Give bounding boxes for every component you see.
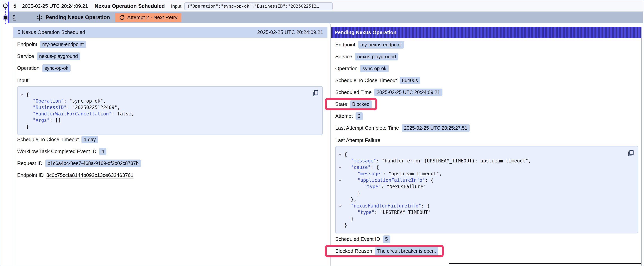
input-section-label: Input [17,77,28,84]
field-label: Request ID [17,160,42,166]
event-timestamp: 2025-02-25 UTC 20:24:09.21 [22,3,88,9]
input-label: Input [171,4,181,9]
field-value-badge: nexus-playground [37,53,80,60]
scheduled-fields-bottom: Schedule To Close Timeout1 dayWorkflow T… [17,136,141,167]
detail-field-row: Schedule To Close Timeout86400s [335,77,420,84]
detail-field-row: Endpointmy-nexus-endpoint [335,41,404,48]
event-id-link[interactable]: 5 [13,3,16,9]
scheduled-event-detail-panel: 5 Nexus Operation Scheduled 2025-02-25 U… [13,27,328,265]
field-label: Blocked Reason [335,248,372,254]
field-value-badge: 2 [356,112,363,120]
scheduled-panel-title: 5 Nexus Operation Scheduled [18,29,85,35]
detail-field-row: Workflow Task Completed Event ID4 [17,148,106,155]
field-value-badge: nexus-playground [355,53,398,61]
code-line: { [336,151,626,158]
copy-icon [312,90,319,97]
chevron-down-icon [20,93,24,96]
retry-icon [119,15,125,21]
code-line: "nexusHandlerFailureInfo": { [336,203,626,209]
json-text: } [344,222,347,228]
event-title: Nexus Operation Scheduled [94,3,165,9]
field-label: Schedule To Close Timeout [17,137,79,143]
detail-field-row: Request IDb1c6a4bc-8ee7-468a-9169-df3b02… [17,160,141,167]
field-label: Endpoint [335,42,355,48]
field-label: Service [335,54,352,60]
detail-field-row: Servicenexus-playground [17,53,80,60]
json-key: "message" [358,171,383,176]
json-text: : "sync-op-ok", [64,98,106,104]
field-label: Schedule To Close Timeout [335,77,397,84]
json-text: } [351,216,354,221]
code-line: }, [336,196,626,203]
detail-field-row: Scheduled Event ID5 [335,235,390,242]
json-key: "nexusHandlerFailureInfo" [351,203,421,209]
field-value-badge: sync-op-ok [360,65,389,72]
field-label: Operation [17,65,39,71]
copy-icon [627,150,634,157]
json-key: "type" [364,184,381,189]
field-label: Endpoint [17,41,37,47]
detail-field-row: Blocked ReasonThe circuit breaker is ope… [335,247,438,254]
collapse-toggle[interactable] [18,93,26,96]
field-value-badge: The circuit breaker is open. [375,247,438,255]
json-text: : { [425,177,434,183]
detail-field-row: Operationsync-op-ok [335,65,389,72]
scheduled-fields-top: Endpointmy-nexus-endpointServicenexus-pl… [17,41,86,72]
chevron-down-icon [338,178,342,181]
code-line: "Args": [] [18,117,311,123]
field-label: Scheduled Event ID [335,236,380,242]
field-value-badge: 1 day [82,136,98,143]
json-text: : false, [112,111,134,117]
event-history-view: 5 2025-02-25 UTC 20:24:09.21 Nexus Opera… [0,0,644,266]
collapse-toggle[interactable] [336,179,344,181]
field-value-badge: my-nexus-endpoint [358,41,404,49]
failure-section-label: Last Attempt Failure [335,137,380,143]
pending-fields-bottom: Scheduled Event ID5Blocked ReasonThe cir… [335,235,438,254]
detail-field-row: Last Attempt Complete Time2025-02-25 UTC… [335,124,470,131]
field-value-badge: 2025-02-25 UTC 20:25:27.51 [402,124,470,132]
copy-button[interactable] [627,149,635,157]
field-label: Endpoint ID [17,172,44,178]
json-text: } [26,124,29,129]
pending-event-row[interactable]: 5 Pending Nexus Operation Attempt 2 · Ne… [9,12,643,24]
pending-event-id-link[interactable]: 5 [13,15,16,21]
detail-field-row: Endpointmy-nexus-endpoint [17,41,86,48]
detail-field-row: Operationsync-op-ok [17,65,70,72]
json-key: "cause" [351,165,370,170]
bottom-boundary-line [449,263,641,264]
scheduled-panel-timestamp: 2025-02-25 UTC 20:24:09.21 [257,29,323,35]
code-line: } [18,123,311,130]
field-label: Workflow Task Completed Event ID [17,148,96,154]
json-text: } [358,190,360,196]
code-line: { [18,91,311,98]
field-value-badge: 4 [99,148,106,155]
code-line: } [336,215,626,222]
collapse-toggle[interactable] [336,166,344,168]
json-text: : { [421,203,430,209]
code-line: "type": "NexusFailure" [336,183,626,190]
pending-operation-detail-panel: Pending Nexus Operation Endpointmy-nexus… [331,27,641,265]
event-row-scheduled[interactable]: 5 2025-02-25 UTC 20:24:09.21 Nexus Opera… [9,1,643,12]
asterisk-icon [36,14,43,21]
collapse-toggle[interactable] [336,153,344,155]
detail-field-row: Servicenexus-playground [335,53,398,60]
field-value-badge: 5 [383,235,390,243]
chevron-down-icon [338,165,342,168]
selected-event-indicator-bar [8,2,9,24]
copy-button[interactable] [312,89,319,97]
json-key: "type" [358,210,374,215]
json-key: "BusinessID" [33,105,66,110]
code-line: } [336,190,626,196]
field-value-badge: b1c6a4bc-8ee7-468a-9169-df3b02c8737b [45,159,141,167]
timeline-open-circle-icon [3,4,8,8]
endpoint-id-link[interactable]: 3c0c75ccfa8144b092c13ce632463761 [46,172,134,178]
json-key: "applicationFailureInfo" [358,177,425,183]
json-text: : "20250225122409", [66,105,120,110]
code-line: "Operation": "sync-op-ok", [18,98,311,104]
field-label: Scheduled Time [335,89,372,95]
collapse-toggle[interactable] [336,205,344,207]
failure-code-block: {"message": "handler error (UPSTREAM_TIM… [335,146,638,233]
scheduled-panel-header: 5 Nexus Operation Scheduled 2025-02-25 U… [13,27,328,38]
input-preview-pill[interactable]: {"Operation":"sync-op-ok","BusinessID":"… [184,2,333,10]
json-text: : [] [50,118,61,123]
